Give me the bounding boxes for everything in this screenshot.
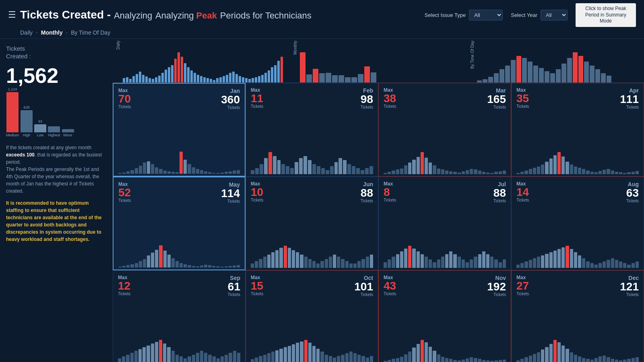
mini-bar [235,74,238,82]
mini-bar [245,78,248,82]
mini-bar [200,76,202,82]
mini-bar [483,79,487,82]
chart-bar [615,260,618,268]
chart-bar [561,346,565,362]
chart-bar [392,359,395,362]
mini-bar [371,72,376,82]
top-bar: ☰ Tickets Created - Analyzing Analyzing … [0,0,644,39]
chart-bar [429,162,432,174]
menu-icon[interactable]: ☰ [8,10,16,20]
chart-bar [118,358,121,362]
month-card-apr[interactable]: Max 35 Tickets Apr 111 Tickets [511,83,644,177]
month-card-jun[interactable]: Max 10 Tickets Jun 88 Tickets [246,177,378,270]
max-tickets-label: Tickets [384,104,396,109]
month-card-mar[interactable]: Max 38 Tickets Mar 165 Tickets [378,83,511,177]
tab-daily[interactable]: Daily [20,29,33,36]
mini-bar [300,52,305,82]
chart-bar [295,162,298,174]
chart-bar [582,258,585,268]
mini-bar [129,79,132,82]
max-value: 12 [118,280,130,292]
month-card-dec[interactable]: Max 27 Tickets Dec 121 Tickets [511,270,644,362]
chart-bar [453,172,456,174]
chart-bar [499,171,502,174]
chart-bar [623,263,626,268]
chart-bar [284,246,287,268]
month-card-jan[interactable]: Max 70 Tickets Jan 360 Tickets [113,83,246,177]
chart-bar [478,171,481,174]
chart-bar [486,173,489,174]
tab-monthly[interactable]: Monthly [41,29,63,36]
card-header-jun: Max 10 Tickets Jun 88 Tickets [251,181,373,203]
chart-bar [632,172,635,174]
chart-bar [361,259,365,268]
chart-bar [184,358,187,362]
month-card-oct[interactable]: Max 15 Tickets Oct 101 Tickets [246,270,378,362]
mini-bar [332,75,338,82]
chart-bar [159,169,162,174]
chart-bar [208,355,211,362]
month-card-feb[interactable]: Max 11 Tickets Feb 98 Tickets [246,83,378,177]
max-tickets-label: Tickets [118,198,131,203]
chart-bar [623,360,626,362]
chart-bar [478,359,481,362]
mini-chart-daily: Daily [113,39,290,82]
mini-bar [178,52,180,82]
chart-bar [557,152,561,174]
chart-bar [494,259,497,268]
card-header-oct: Max 15 Tickets Oct 101 Tickets [251,275,373,297]
month-card-aug[interactable]: Max 14 Tickets Aug 63 Tickets [511,177,644,270]
chart-bar [366,358,369,362]
chart-bar [425,342,428,362]
year-group: Select Year All 2021 2022 2023 [511,10,568,21]
max-value: 35 [516,93,529,104]
max-value: 11 [251,93,263,104]
mini-bar [306,74,312,82]
month-card-jul[interactable]: Max 8 Tickets Jul 88 Tickets [378,177,511,270]
chart-bar [494,172,497,174]
month-card-sep[interactable]: Max 12 Tickets Sep 61 Tickets [113,270,246,362]
max-tickets-label: Tickets [516,198,529,202]
chart-bar [290,168,294,174]
bar-bottom-label: Medium [6,133,19,137]
chart-bar [251,359,254,362]
chart-bar [268,152,272,174]
mini-bar [326,73,331,82]
chart-bar [151,343,154,362]
chart-bar [221,267,224,267]
chart-bar [275,250,279,268]
chart-bar [486,254,489,268]
chart-bar [458,173,461,174]
tickets-count: 1,562 [6,65,107,86]
chart-bar [615,172,618,174]
month-section-jun: Jun 88 Tickets [361,181,373,203]
chart-bar [474,257,477,268]
tickets-label: Tickets [493,292,506,297]
chart-bar [594,172,598,174]
issue-type-select[interactable]: All Bug Feature Support [469,10,503,21]
chart-bar [264,158,268,174]
year-select[interactable]: All 2021 2022 2023 [541,10,568,21]
chart-bar [259,356,262,362]
chart-bar [130,170,134,174]
chart-bar [482,360,485,362]
mini-bar [197,75,199,82]
max-section-may: Max 52 Tickets [118,181,131,203]
chart-bar [308,259,312,268]
peak-mode-button[interactable]: Click to show Peak Period in Summary Mod… [576,3,636,27]
chart-bar [533,354,536,362]
month-card-nov[interactable]: Max 43 Tickets Nov 192 Tickets [378,270,511,362]
content-area: TicketsCreated : 1,562 1,124Medium628Hig… [0,39,644,362]
chart-bar [192,167,195,174]
summary-bar-item: 628High [21,105,33,137]
tab-by-time[interactable]: By Time Of Day [71,29,110,36]
chart-bar [216,173,219,174]
chart-bar [441,169,444,174]
mini-bar [149,78,151,82]
chart-bar [163,343,166,362]
card-header-jul: Max 8 Tickets Jul 88 Tickets [384,181,506,203]
month-card-may[interactable]: Max 52 Tickets May 114 Tickets [113,177,246,270]
chart-bar [337,356,340,362]
tickets-label: Tickets [493,199,506,203]
month-section-jul: Jul 88 Tickets [493,181,506,203]
